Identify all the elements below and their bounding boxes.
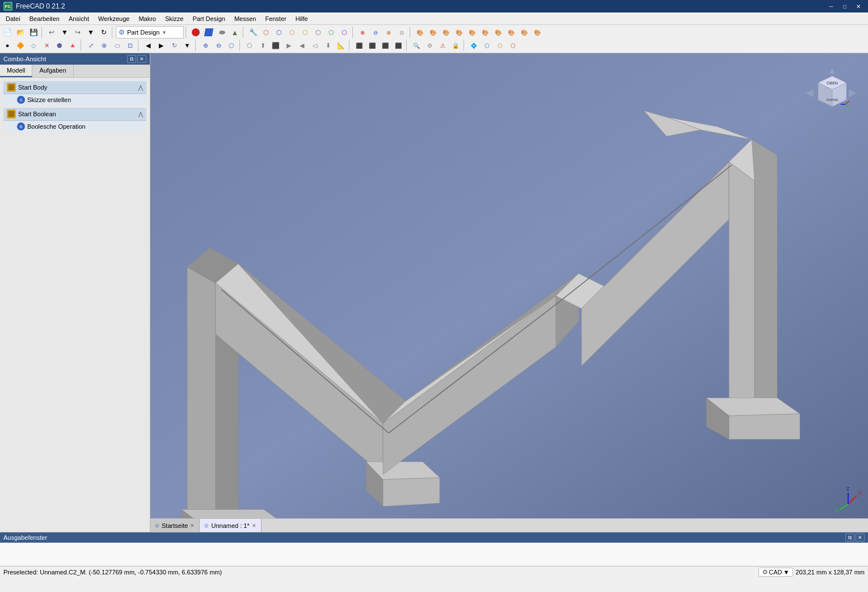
menu-datei[interactable]: Datei (1, 12, 25, 24)
save-button[interactable]: 💾 (27, 26, 40, 39)
tool5[interactable]: ⬡ (299, 26, 311, 39)
snap5[interactable]: ⬟ (53, 39, 66, 52)
view4[interactable]: 🎨 (453, 26, 465, 39)
box-btn[interactable] (203, 26, 215, 39)
extra5[interactable]: 💠 (467, 39, 480, 52)
tab-modell[interactable]: Modell (0, 65, 32, 77)
tab-aufgaben[interactable]: Aufgaben (32, 65, 73, 77)
cad-button[interactable]: ⊙ CAD ▼ (759, 568, 793, 577)
mparts3[interactable]: ⬛ (379, 39, 391, 52)
zoom-in[interactable]: ⊕ (199, 39, 212, 52)
right-btn[interactable]: ▶ (283, 39, 295, 52)
refresh-btn[interactable]: ↻ (98, 26, 110, 39)
rear-btn[interactable]: ◀ (296, 39, 308, 52)
output-float-btn[interactable]: ⧉ (845, 534, 854, 542)
viewcube[interactable]: ⬡ (225, 39, 238, 52)
view7[interactable]: 🎨 (492, 26, 504, 39)
undo-dropdown[interactable]: ▼ (58, 26, 71, 39)
view9[interactable]: 🎨 (518, 26, 530, 39)
output-close-btn[interactable]: ✕ (856, 534, 865, 542)
iso-btn[interactable]: ⬡ (243, 39, 256, 52)
boolean1[interactable]: ⊕ (356, 26, 369, 39)
menu-skizze[interactable]: Skizze (161, 12, 188, 24)
view8[interactable]: 🎨 (505, 26, 517, 39)
nav4[interactable]: ⊡ (124, 39, 136, 52)
nav2[interactable]: ⊕ (98, 39, 110, 52)
snap2[interactable]: 🔶 (14, 39, 27, 52)
nav1[interactable]: ⤢ (85, 39, 97, 52)
section-start-body-header[interactable]: Start Body ⋀ (3, 81, 146, 94)
top-btn[interactable]: ⬆ (256, 39, 269, 52)
tool8[interactable]: ⬡ (338, 26, 351, 39)
minimize-button[interactable]: ─ (825, 2, 837, 11)
menu-bearbeiten[interactable]: Bearbeiten (25, 12, 64, 24)
view10[interactable]: 🎨 (531, 26, 543, 39)
menu-hilfe[interactable]: Hilfe (291, 12, 313, 24)
tab-startseite[interactable]: ⊙ Startseite ✕ (150, 519, 200, 532)
view2[interactable]: 🎨 (427, 26, 439, 39)
nav-cube[interactable]: ▲ ▶ ◀ OBEN VORNE (806, 65, 857, 116)
tab-unnamed[interactable]: ⊙ Unnamed : 1* ✕ (200, 519, 261, 532)
boolean3[interactable]: ⊗ (382, 26, 395, 39)
tool3[interactable]: ⬡ (273, 26, 285, 39)
menu-part-design[interactable]: Part Design (188, 12, 229, 24)
close-button[interactable]: ✕ (852, 2, 865, 11)
nav3[interactable]: ⬭ (111, 39, 123, 52)
snap6[interactable]: 🔺 (66, 39, 79, 52)
viewdir-prev[interactable]: ◀ (142, 39, 154, 52)
left-btn[interactable]: ◁ (309, 39, 321, 52)
tool4[interactable]: ⬡ (286, 26, 298, 39)
tool7[interactable]: ⬡ (325, 26, 338, 39)
tool2[interactable]: ⬡ (260, 26, 272, 39)
cylinder-btn[interactable]: ⬬ (216, 26, 228, 39)
menu-messen[interactable]: Messen (230, 12, 261, 24)
extra6[interactable]: ⬡ (481, 39, 493, 52)
snap3[interactable]: ◇ (27, 39, 40, 52)
view3[interactable]: 🎨 (440, 26, 452, 39)
panel-float-btn[interactable]: ⧉ (127, 55, 136, 63)
tab-startseite-close[interactable]: ✕ (190, 523, 195, 528)
tool6[interactable]: ⬡ (312, 26, 325, 39)
snap1[interactable]: ● (1, 39, 14, 52)
extra3[interactable]: ⚠ (436, 39, 449, 52)
zoom-out[interactable]: ⊖ (212, 39, 225, 52)
mparts1[interactable]: ⬛ (353, 39, 365, 52)
view6[interactable]: 🎨 (479, 26, 491, 39)
tool1[interactable]: 🔧 (247, 26, 259, 39)
view5[interactable]: 🎨 (466, 26, 478, 39)
viewport[interactable]: ▲ ▶ ◀ OBEN VORNE (150, 53, 868, 532)
workbench-selector[interactable]: ⚙ Part Design ▼ (116, 26, 184, 39)
measure-btn[interactable]: 📐 (335, 39, 347, 52)
extra2[interactable]: ⚙ (423, 39, 436, 52)
redo-dropdown[interactable]: ▼ (85, 26, 97, 39)
viewdir-next[interactable]: ▶ (155, 39, 167, 52)
panel-close-btn[interactable]: ✕ (137, 55, 146, 63)
menu-werkzeuge[interactable]: Werkzeuge (94, 12, 134, 24)
undo-btn[interactable]: ↩ (45, 26, 58, 39)
mparts4[interactable]: ⬛ (392, 39, 404, 52)
sphere-btn[interactable] (189, 26, 202, 39)
extra1[interactable]: 🔍 (410, 39, 423, 52)
boolean4[interactable]: ⊙ (395, 26, 408, 39)
front-btn[interactable]: ⬛ (269, 39, 282, 52)
extra4[interactable]: 🔒 (449, 39, 462, 52)
maximize-button[interactable]: □ (838, 2, 851, 11)
cone-btn[interactable]: ▲ (229, 26, 241, 39)
section-start-boolean-header[interactable]: Start Boolean ⋀ (3, 108, 146, 121)
redo-btn[interactable]: ↪ (71, 26, 84, 39)
tree-item-skizze[interactable]: S Skizze erstellen (3, 94, 146, 105)
viewdir-rot[interactable]: ↻ (168, 39, 180, 52)
viewdir-dd[interactable]: ▼ (181, 39, 193, 52)
open-button[interactable]: 📂 (14, 26, 27, 39)
snap4[interactable]: ✕ (40, 39, 53, 52)
new-button[interactable]: 📄 (1, 26, 14, 39)
mparts2[interactable]: ⬛ (366, 39, 378, 52)
boolean2[interactable]: ⊖ (369, 26, 382, 39)
tree-item-boolean[interactable]: B Boolesche Operation (3, 121, 146, 132)
menu-makro[interactable]: Makro (134, 12, 161, 24)
extra8[interactable]: ⬡ (507, 39, 519, 52)
tab-unnamed-close[interactable]: ✕ (252, 523, 256, 528)
menu-fenster[interactable]: Fenster (260, 12, 290, 24)
menu-ansicht[interactable]: Ansicht (64, 12, 94, 24)
view1[interactable]: 🎨 (414, 26, 426, 39)
